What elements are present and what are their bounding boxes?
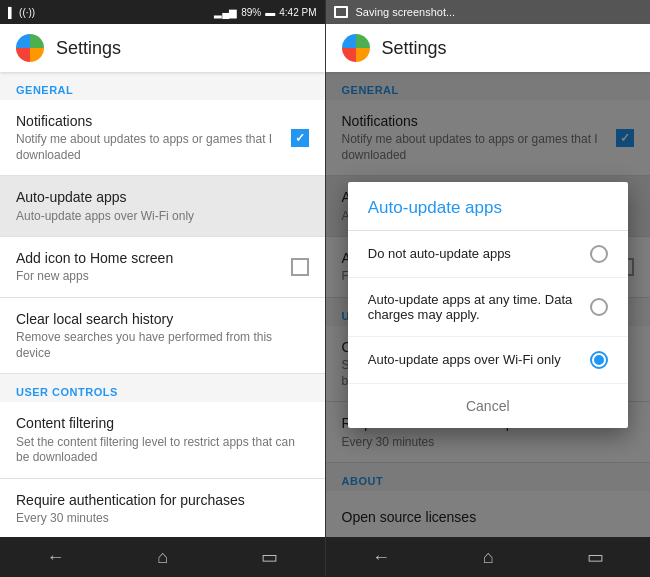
recents-button[interactable]: ▭ xyxy=(261,546,278,568)
dialog-option-any-time-label: Auto-update apps at any time. Data charg… xyxy=(368,292,590,322)
dialog-option-any-time[interactable]: Auto-update apps at any time. Data charg… xyxy=(348,278,628,337)
right-home-button[interactable]: ⌂ xyxy=(483,547,494,568)
play-store-logo xyxy=(16,34,44,62)
wifi-icon: ((·)) xyxy=(19,7,35,18)
dialog-title: Auto-update apps xyxy=(348,182,628,230)
dialog-radio-any-time[interactable] xyxy=(590,298,608,316)
dialog-option-wifi[interactable]: Auto-update apps over Wi-Fi only xyxy=(348,337,628,384)
clear-history-text: Clear local search history Remove search… xyxy=(16,310,309,361)
right-nav-bar: ← ⌂ ▭ xyxy=(326,537,651,577)
notifications-item[interactable]: Notifications Notify me about updates to… xyxy=(0,100,325,176)
left-header-title: Settings xyxy=(56,38,121,59)
dialog-option-no-update-label: Do not auto-update apps xyxy=(368,246,511,261)
content-filtering-subtitle: Set the content filtering level to restr… xyxy=(16,435,309,466)
auto-update-item[interactable]: Auto-update apps Auto-update apps over W… xyxy=(0,176,325,237)
screenshot-icon xyxy=(334,6,348,18)
right-back-button[interactable]: ← xyxy=(372,547,390,568)
sim-icon: ▌ xyxy=(8,7,15,18)
toast-bar: Saving screenshot... xyxy=(326,0,651,24)
add-icon-item[interactable]: Add icon to Home screen For new apps xyxy=(0,237,325,298)
status-right: ▂▄▆ 89% ▬ 4:42 PM xyxy=(214,7,316,18)
right-play-store-logo xyxy=(342,34,370,62)
dialog-option-wifi-label: Auto-update apps over Wi-Fi only xyxy=(368,352,561,367)
left-status-bar: ▌ ((·)) ▂▄▆ 89% ▬ 4:42 PM xyxy=(0,0,325,24)
home-button[interactable]: ⌂ xyxy=(157,547,168,568)
left-scroll-content[interactable]: GENERAL Notifications Notify me about up… xyxy=(0,72,325,537)
dialog-overlay[interactable]: Auto-update apps Do not auto-update apps… xyxy=(326,72,651,537)
add-icon-text: Add icon to Home screen For new apps xyxy=(16,249,291,285)
status-left: ▌ ((·)) xyxy=(8,7,35,18)
right-app-header: Settings xyxy=(326,24,651,72)
auto-update-subtitle: Auto-update apps over Wi-Fi only xyxy=(16,209,309,225)
content-filtering-item[interactable]: Content filtering Set the content filter… xyxy=(0,402,325,478)
notifications-text: Notifications Notify me about updates to… xyxy=(16,112,291,163)
time-display: 4:42 PM xyxy=(279,7,316,18)
dialog-radio-no-update[interactable] xyxy=(590,245,608,263)
require-auth-item[interactable]: Require authentication for purchases Eve… xyxy=(0,479,325,537)
add-icon-subtitle: For new apps xyxy=(16,269,291,285)
require-auth-subtitle: Every 30 minutes xyxy=(16,511,309,527)
left-nav-bar: ← ⌂ ▭ xyxy=(0,537,325,577)
require-auth-text: Require authentication for purchases Eve… xyxy=(16,491,309,527)
right-header-title: Settings xyxy=(382,38,447,59)
auto-update-dialog: Auto-update apps Do not auto-update apps… xyxy=(348,182,628,428)
notifications-subtitle: Notify me about updates to apps or games… xyxy=(16,132,291,163)
dialog-radio-wifi[interactable] xyxy=(590,351,608,369)
right-recents-button[interactable]: ▭ xyxy=(587,546,604,568)
clear-history-subtitle: Remove searches you have performed from … xyxy=(16,330,309,361)
dialog-cancel-button[interactable]: Cancel xyxy=(348,384,628,428)
left-panel: ▌ ((·)) ▂▄▆ 89% ▬ 4:42 PM Settings GENER… xyxy=(0,0,325,577)
require-auth-title: Require authentication for purchases xyxy=(16,491,309,509)
back-button[interactable]: ← xyxy=(46,547,64,568)
auto-update-title: Auto-update apps xyxy=(16,188,309,206)
left-app-header: Settings xyxy=(0,24,325,72)
add-icon-title: Add icon to Home screen xyxy=(16,249,291,267)
notifications-title: Notifications xyxy=(16,112,291,130)
battery-icon: ▬ xyxy=(265,7,275,18)
content-filtering-title: Content filtering xyxy=(16,414,309,432)
content-filtering-text: Content filtering Set the content filter… xyxy=(16,414,309,465)
right-scroll-content: GENERAL Notifications Notify me about up… xyxy=(326,72,651,537)
section-user-controls-label: USER CONTROLS xyxy=(0,374,325,402)
section-general-label: GENERAL xyxy=(0,72,325,100)
saving-text: Saving screenshot... xyxy=(356,6,456,18)
dialog-option-no-update[interactable]: Do not auto-update apps xyxy=(348,231,628,278)
add-icon-checkbox[interactable] xyxy=(291,258,309,276)
battery-text: 89% xyxy=(241,7,261,18)
right-panel: Saving screenshot... Settings GENERAL No… xyxy=(326,0,651,577)
signal-icon: ▂▄▆ xyxy=(214,7,237,18)
clear-history-item[interactable]: Clear local search history Remove search… xyxy=(0,298,325,374)
auto-update-text: Auto-update apps Auto-update apps over W… xyxy=(16,188,309,224)
clear-history-title: Clear local search history xyxy=(16,310,309,328)
notifications-checkbox[interactable] xyxy=(291,129,309,147)
